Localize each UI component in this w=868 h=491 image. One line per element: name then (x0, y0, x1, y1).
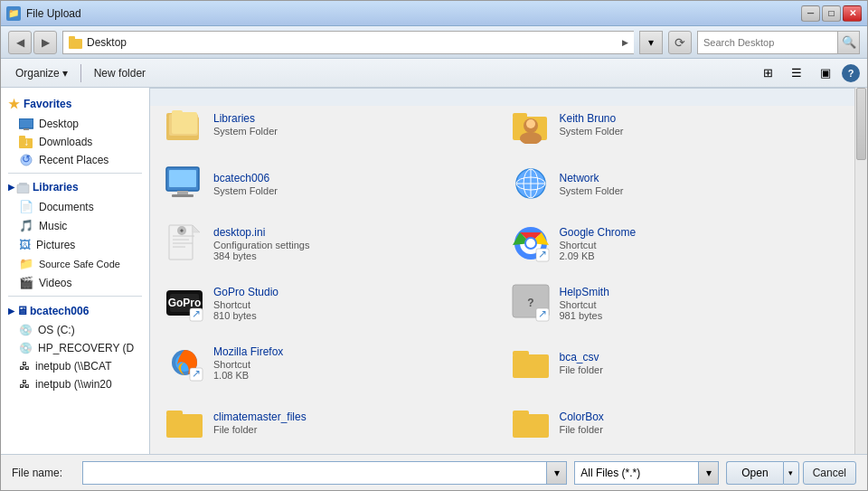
colorbox-name: ColorBox (560, 411, 843, 423)
sidebar-item-downloads[interactable]: ↓ Downloads (1, 133, 149, 151)
file-item-colorbox[interactable]: ColorBox File folder (504, 393, 848, 451)
sidebar-item-os-c[interactable]: 💿 OS (C:) (1, 321, 149, 339)
chrome-name: Google Chrome (560, 226, 843, 239)
view-toggle-button[interactable]: ⊞ (755, 62, 780, 84)
toolbar: Organize ▾ New folder ⊞ ☰ ▣ ? (1, 59, 867, 88)
svg-rect-61 (513, 414, 549, 438)
search-bar: 🔍 (697, 31, 860, 54)
sidebar-item-music[interactable]: 🎵 Music (1, 216, 149, 235)
address-dropdown[interactable]: ▾ (639, 31, 663, 54)
svg-text:↗: ↗ (538, 248, 547, 260)
firefox-size: 1.08 KB (213, 370, 496, 381)
gopro-size: 810 bytes (213, 310, 496, 321)
file-item-scessory[interactable]: ~Scessory Pricing Screen.docx (504, 453, 848, 454)
firefox-icon-svg: ↗ (165, 343, 204, 382)
svg-text:↺: ↺ (22, 154, 31, 165)
gopro-icon: GoPro ↗ (163, 281, 206, 325)
pictures-icon: 🖼 (19, 238, 31, 251)
title-bar-controls: ─ □ ✕ (801, 5, 862, 22)
open-dropdown-button[interactable]: ▾ (783, 461, 799, 485)
user-folder-icon (511, 104, 551, 144)
sidebar-item-sourcesafe[interactable]: 📁 Source Safe Code (1, 254, 149, 273)
svg-rect-1 (69, 36, 75, 40)
file-item-libraries[interactable]: Libraries System Folder (157, 95, 502, 153)
desktop-ini-info: desktop.ini Configuration settings 384 b… (213, 226, 496, 261)
libraries-arrow: ▶ (8, 183, 14, 192)
view-details-button[interactable]: ☰ (784, 62, 809, 84)
sidebar-item-documents[interactable]: 📄 Documents (1, 197, 149, 216)
sidebar-item-videos[interactable]: 🎬 Videos (1, 273, 149, 292)
bca-csv-type: File folder (560, 364, 843, 375)
bcatech006-type: System Folder (213, 185, 496, 196)
preview-button[interactable]: ▣ (813, 62, 838, 84)
videos-icon: 🎬 (19, 276, 33, 289)
vertical-scrollbar[interactable] (854, 88, 867, 454)
desktop-icon (19, 118, 33, 130)
drive-c-icon: 💿 (19, 324, 33, 336)
refresh-button[interactable]: ⟳ (668, 31, 692, 54)
music-icon: 🎵 (19, 219, 33, 232)
sidebar-item-pictures[interactable]: 🖼 Pictures (1, 235, 149, 254)
sidebar-item-desktop[interactable]: Desktop (1, 115, 149, 133)
svg-rect-60 (166, 411, 183, 416)
climatemaster-name: climatemaster_files (213, 411, 496, 423)
file-item-bca-csv[interactable]: bca_csv File folder (504, 334, 848, 392)
network-name: Network (560, 172, 843, 184)
maximize-button[interactable]: □ (822, 5, 841, 22)
file-item-gopro[interactable]: GoPro ↗ GoPro Studio Shortcut 810 bytes (157, 274, 502, 332)
open-button[interactable]: Open (726, 461, 782, 485)
favorites-section[interactable]: ★ Favorites (1, 93, 149, 115)
sidebar-item-recent-places[interactable]: ↺ Recent Places (1, 151, 149, 169)
address-bar[interactable]: Desktop ▶ (62, 31, 634, 54)
network-type: System Folder (560, 185, 843, 196)
cancel-button[interactable]: Cancel (803, 461, 856, 485)
action-buttons: Open ▾ Cancel (726, 461, 856, 485)
scrollbar-thumb[interactable] (856, 88, 866, 160)
desktop-ini-size: 384 bytes (213, 250, 496, 261)
file-item-climatemaster[interactable]: climatemaster_files File folder (157, 393, 502, 451)
computer-icon: 🖥 (16, 304, 28, 317)
file-item-helpsmith[interactable]: ? ↗ HelpSmith Shortcut 981 bytes (504, 274, 848, 332)
organize-button[interactable]: Organize ▾ (8, 62, 75, 84)
file-item-keith-bruno[interactable]: Keith Bruno System Folder (504, 95, 848, 153)
filename-input[interactable] (82, 461, 547, 485)
chrome-file-info: Google Chrome Shortcut 2.09 KB (560, 226, 843, 261)
gopro-type: Shortcut (213, 299, 496, 310)
sidebar-item-hp-recovery[interactable]: 💿 HP_RECOVERY (D (1, 339, 149, 357)
downloads-icon: ↓ (19, 136, 33, 148)
filetype-dropdown[interactable]: ▾ (699, 461, 719, 485)
libraries-section[interactable]: ▶ Libraries (1, 177, 149, 197)
address-folder-icon (69, 35, 83, 50)
search-button[interactable]: 🔍 (837, 32, 859, 53)
back-button[interactable]: ◀ (8, 31, 32, 54)
svg-rect-59 (166, 414, 203, 438)
libraries-file-info: Libraries System Folder (213, 112, 496, 137)
toolbar-right: ⊞ ☰ ▣ ? (755, 62, 860, 84)
forward-button[interactable]: ▶ (33, 31, 57, 54)
file-list-area: Libraries System Folder (150, 88, 867, 454)
svg-point-41 (526, 239, 535, 248)
svg-rect-0 (69, 39, 82, 49)
file-item-network[interactable]: Network System Folder (504, 155, 848, 212)
sidebar-separator-2 (8, 296, 142, 297)
computer-section[interactable]: ▶ 🖥 bcatech006 (1, 300, 149, 321)
file-item-google-chrome[interactable]: ↗ Google Chrome Shortcut 2.09 KB (504, 214, 848, 272)
chrome-size: 2.09 KB (560, 250, 843, 261)
new-folder-button[interactable]: New folder (87, 62, 153, 84)
window-title: File Upload (26, 7, 801, 20)
filename-dropdown[interactable]: ▾ (547, 461, 567, 485)
sidebar-item-inetpub-win2[interactable]: 🖧 inetpub (\\win20 (1, 375, 149, 393)
file-item-bcatech006[interactable]: bcatech006 System Folder (157, 155, 502, 212)
sidebar-item-inetpub-bcat[interactable]: 🖧 inetpub (\\BCAT (1, 357, 149, 375)
svg-text:↓: ↓ (24, 136, 29, 148)
help-button[interactable]: ? (842, 64, 860, 82)
search-input[interactable] (698, 37, 837, 48)
file-item-firefox[interactable]: ↗ Mozilla Firefox Shortcut 1.08 KB (157, 334, 502, 392)
minimize-button[interactable]: ─ (801, 5, 820, 22)
file-item-web-help[interactable]: Web Help File folder (157, 453, 502, 454)
nav-bar: ◀ ▶ Desktop ▶ ▾ ⟳ 🔍 (1, 26, 867, 59)
chrome-icon-svg: ↗ (511, 223, 551, 263)
libraries-file-type: System Folder (213, 126, 496, 137)
file-item-desktop-ini[interactable]: desktop.ini Configuration settings 384 b… (157, 214, 502, 272)
close-button[interactable]: ✕ (843, 5, 862, 22)
